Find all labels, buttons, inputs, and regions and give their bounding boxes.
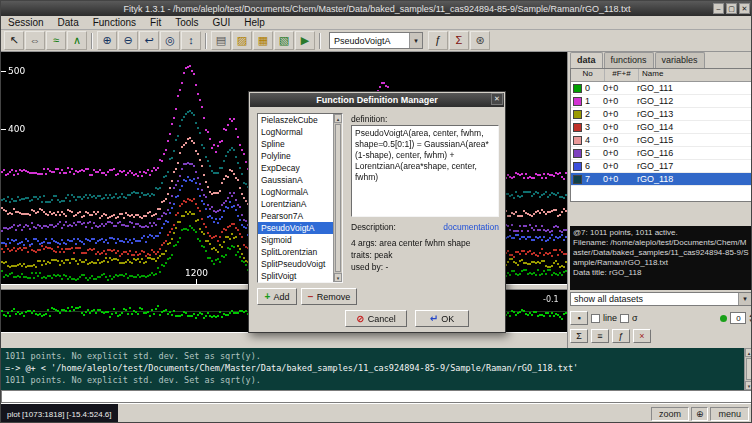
dataset-row[interactable]: 50+0rGO_116 [571,147,751,160]
zoom-out-button[interactable]: ⊖ [118,31,138,50]
menu-item-data[interactable]: Data [51,17,86,28]
function-list-item[interactable]: Pearson7A [258,210,333,222]
function-list-item[interactable]: Spline [258,138,333,150]
dataset-number: 2 [585,109,603,119]
function-list-item[interactable]: Sigmoid [258,234,333,246]
tab-data[interactable]: data [570,52,603,68]
function-list-scrollbar[interactable]: ▴ ▾ [333,114,342,282]
window-controls: – ▢ ✕ [713,3,750,14]
function-list-item[interactable]: LogNormalA [258,186,333,198]
column-header-name[interactable]: Name [639,69,751,81]
function-list-item[interactable]: SplitVoigt [258,270,333,282]
add-peak-mode-icon: ∧ [73,35,81,46]
dataset-row[interactable]: 20+0rGO_113 [571,108,751,121]
add-peak-mode-button[interactable]: ∧ [67,31,87,50]
function-list-button[interactable]: ≡ [591,329,609,343]
ok-button[interactable]: ↵ OK [415,310,469,327]
add-function-button[interactable]: + Add [257,288,297,305]
dataset-row[interactable]: 60+0rGO_117 [571,160,751,173]
point-size-button[interactable]: ▪ [570,311,588,325]
scroll-up-icon[interactable]: ▴ [745,348,752,357]
sigma-checkbox[interactable] [620,314,629,323]
dataset-row[interactable]: 30+0rGO_114 [571,121,751,134]
console-line: =-> @+ < '/home/aleplo/test/Documents/Ch… [1,362,752,374]
aux-splitter[interactable] [1,332,567,348]
column-header-fcount[interactable]: #F+# [605,69,639,81]
function-list-item[interactable]: GaussianA [258,174,333,186]
range-mode-button[interactable]: ⇔ [25,31,45,50]
settings-button[interactable]: ⊛ [470,31,490,50]
menu-item-tools[interactable]: Tools [168,17,205,28]
minimize-button[interactable]: – [713,3,724,14]
select-mode-button[interactable]: ↖ [4,31,24,50]
function-list-item[interactable]: LogNormal [258,126,333,138]
function-list-item[interactable]: PielaszekCube [258,114,333,126]
function-list-item[interactable]: Polyline [258,150,333,162]
menu-item-help[interactable]: Help [237,17,272,28]
dialog-title-bar[interactable]: Function Definition Manager [250,93,504,107]
scroll-down-icon[interactable]: ▾ [745,381,752,390]
sidebar-splitter[interactable] [568,202,752,226]
open-file-button[interactable]: ▨ [232,31,252,50]
edit-function-button[interactable]: ƒ [612,329,630,343]
documentation-link[interactable]: documentation [443,222,499,232]
auto-add-icon: ƒ [435,35,441,46]
remove-function-button[interactable]: − Remove [301,288,357,305]
cancel-button[interactable]: ⊘ Cancel [345,310,407,327]
close-button[interactable]: ✕ [739,3,750,14]
description-row: Description: documentation [351,222,499,232]
scroll-up-icon[interactable]: ▴ [334,114,342,123]
column-header-no[interactable]: No [571,69,605,81]
dialog-close-button[interactable]: ✕ [491,93,503,105]
function-list-item[interactable]: ExpDecay [258,162,333,174]
status-zoom[interactable]: zoom [651,407,689,421]
dataset-function-count: 0+0 [603,109,637,119]
scroll-thumb[interactable] [335,124,341,272]
zoom-in-button[interactable]: ⊕ [97,31,117,50]
function-list-item[interactable]: PseudoVoigtA [258,222,333,234]
plus-icon: + [265,291,271,302]
menu-item-functions[interactable]: Functions [86,17,143,28]
dataset-row[interactable]: 70+0rGO_118 [571,173,751,186]
tab-functions[interactable]: functions [604,52,654,68]
scroll-thumb[interactable] [746,358,752,380]
menu-item-fit[interactable]: Fit [143,17,168,28]
point-size-spinner[interactable]: 0 [730,312,746,324]
zoom-vertical-button[interactable]: ↕ [181,31,201,50]
baseline-mode-button[interactable]: ≈ [46,31,66,50]
auto-add-button[interactable]: ƒ [428,31,448,50]
export-data-button[interactable]: ▧ [274,31,294,50]
function-list-item[interactable]: SplitPseudoVoigt [258,258,333,270]
line-checkbox[interactable] [591,314,600,323]
dataset-row[interactable]: 10+0rGO_112 [571,95,751,108]
menu-item-gui[interactable]: GUI [206,17,238,28]
title-bar[interactable]: Fityk 1.3.1 - /home/aleplo/test/Document… [1,1,752,16]
dataset-number: 5 [585,148,603,158]
dataset-function-count: 0+0 [603,148,637,158]
scroll-down-icon[interactable]: ▾ [334,273,342,282]
menu-item-session[interactable]: Session [1,17,51,28]
save-session-button[interactable]: ▦ [253,31,273,50]
new-session-button[interactable]: ▤ [211,31,231,50]
sum-functions-button[interactable]: Σ [570,329,588,343]
zoom-all-button[interactable]: ◎ [160,31,180,50]
function-list-item[interactable]: LorentzianA [258,198,333,210]
zoom-icon[interactable]: ⊕ [691,407,709,421]
dataset-row[interactable]: 00+0rGO_111 [571,82,751,95]
command-input[interactable] [1,390,752,403]
console-scrollbar[interactable]: ▴ ▾ [744,348,752,390]
dataset-filter-combo[interactable]: show all datasets ▾ [570,292,752,306]
run-script-button[interactable]: ▶ [295,31,315,50]
delete-function-button[interactable]: × [633,329,651,343]
maximize-button[interactable]: ▢ [726,3,737,14]
zoom-previous-button[interactable]: ↩ [139,31,159,50]
status-menu[interactable]: menu [710,407,749,421]
dataset-row[interactable]: 40+0rGO_115 [571,134,751,147]
definition-textbox[interactable]: PseudoVoigtA(area, center, fwhm, shape=0… [351,125,499,217]
fit-run-button[interactable]: Σ [449,31,469,50]
dataset-name: rGO_118 [637,174,751,184]
function-type-combo[interactable]: PseudoVoigtA▾ [329,32,423,49]
function-list-item[interactable]: SplitLorentzian [258,246,333,258]
tab-variables[interactable]: variables [655,52,705,68]
dataset-filename: Filename: /home/aleplo/test/Documents/Ch… [573,238,749,268]
